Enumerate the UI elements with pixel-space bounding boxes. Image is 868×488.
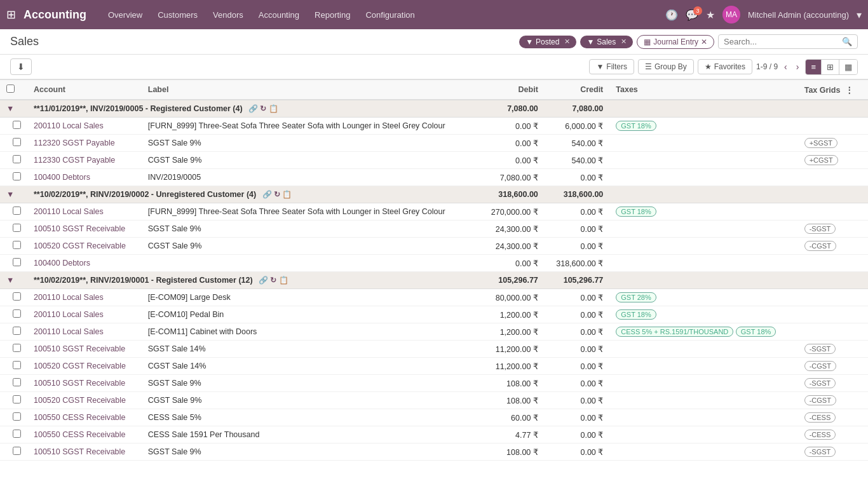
filter-journal-icon: ▦ [644,37,651,46]
row-checkbox[interactable] [13,430,21,438]
col-header-debit[interactable]: Debit [479,80,544,100]
row-checkbox[interactable] [13,258,21,266]
row-checkbox[interactable] [13,224,21,232]
filter-journal-entry[interactable]: ▦ Journal Entry ✕ [637,35,714,49]
col-header-taxes[interactable]: Taxes [609,80,797,100]
col-header-tax-grids[interactable]: Tax Grids ⋮ [798,80,868,100]
filter-icon: ▼ [526,37,533,46]
search-box[interactable]: 🔍 [718,34,858,49]
cell-label: CGST Sale 9% [142,392,480,409]
group-action-icons[interactable]: 🔗 ↻ 📋 [262,190,292,199]
cell-taxes [609,375,797,392]
tax-badge: GST 18% [616,121,656,131]
select-all-checkbox[interactable] [6,85,15,93]
nav-accounting[interactable]: Accounting [252,6,306,24]
nav-vendors[interactable]: Vendors [207,6,250,24]
group-collapse-icon[interactable]: ▼ [6,276,14,285]
table-row: 100510 SGST Receivable SGST Sale 14% 11,… [0,341,868,358]
row-checkbox[interactable] [13,309,21,318]
cell-account: 100510 SGST Receivable [27,341,142,358]
filter-funnel-icon: ▼ [596,62,604,71]
download-button[interactable]: ⬇ [10,58,32,75]
chat-icon[interactable]: 💬 3 [686,9,698,21]
user-dropdown-icon[interactable]: ▾ [857,9,862,21]
group-total-credit: 7,080.00 [545,100,609,118]
row-checkbox[interactable] [13,241,21,249]
filter-posted-label: Posted [536,37,559,46]
table-row: 100510 SGST Receivable SGST Sale 9% 108.… [0,444,868,461]
row-checkbox[interactable] [13,172,21,180]
row-checkbox[interactable] [13,412,21,421]
filter-sales-close[interactable]: ✕ [621,37,627,46]
table-wrap: Account Label Debit Credit Taxes Tax Gri… [0,79,868,461]
tax-grid-badge: -CESS [804,412,836,423]
clock-icon[interactable]: 🕐 [665,9,678,21]
app-logo-icon[interactable]: ⊞ [6,8,16,22]
filter-sales-icon: ▼ [587,37,594,46]
user-name[interactable]: Mitchell Admin (accounting) [748,10,849,20]
cell-account: 100510 SGST Receivable [27,444,142,461]
search-icon[interactable]: 🔍 [842,37,852,46]
col-header-label[interactable]: Label [142,80,480,100]
grid-view-button[interactable]: ⊞ [822,60,839,74]
cell-tax-grid [798,169,868,186]
row-checkbox[interactable] [13,207,21,215]
filter-sales[interactable]: ▼ Sales ✕ [580,36,633,48]
table-row: 100520 CGST Receivable CGST Sale 9% 108.… [0,392,868,409]
table-row: 200110 Local Sales [E-COM09] Large Desk … [0,289,868,306]
chart-view-button[interactable]: ▦ [839,60,857,74]
row-checkbox[interactable] [13,395,21,403]
prev-page-button[interactable]: ‹ [782,60,790,73]
group-collapse-icon[interactable]: ▼ [6,104,14,113]
tax-grid-badge: -SGST [804,378,836,388]
row-checkbox[interactable] [13,344,21,352]
cell-debit: 1,200.00 ₹ [479,323,544,341]
next-page-button[interactable]: › [794,60,802,73]
cell-credit: 6,000.00 ₹ [545,118,609,135]
nav-overview[interactable]: Overview [102,6,149,24]
table-row: 100520 CGST Receivable CGST Sale 9% 24,3… [0,238,868,255]
row-checkbox[interactable] [13,378,21,386]
filter-posted-close[interactable]: ✕ [564,37,570,46]
cell-label: SGST Sale 9% [142,444,480,461]
list-view-button[interactable]: ≡ [806,60,822,74]
filters-button[interactable]: ▼ Filters [589,59,634,74]
cell-debit: 1,200.00 ₹ [479,306,544,323]
row-checkbox[interactable] [13,155,21,163]
cell-label: CGST Sale 14% [142,358,480,375]
cell-account: 112320 SGST Payable [27,135,142,152]
cell-label: CESS Sale 5% [142,409,480,426]
row-checkbox[interactable] [13,447,21,455]
nav-configuration[interactable]: Configuration [359,6,421,24]
row-checkbox[interactable] [13,361,21,369]
favorites-button[interactable]: ★ Favorites [698,59,752,74]
cell-taxes [609,341,797,358]
group-action-icons[interactable]: 🔗 ↻ 📋 [259,276,288,285]
cell-debit: 24,300.00 ₹ [479,238,544,255]
cell-taxes [609,426,797,444]
nav-reporting[interactable]: Reporting [308,6,356,24]
cell-credit: 540.00 ₹ [545,135,609,152]
row-checkbox[interactable] [13,292,21,301]
nav-customers[interactable]: Customers [151,6,204,24]
row-checkbox[interactable] [13,121,21,129]
filter-posted[interactable]: ▼ Posted ✕ [519,36,576,48]
search-input[interactable] [724,37,838,46]
cell-credit: 0.00 ₹ [545,323,609,341]
app-brand: Accounting [24,8,86,22]
table-row: 200110 Local Sales [E-COM11] Cabinet wit… [0,323,868,341]
star-icon[interactable]: ★ [706,9,715,21]
cell-debit: 108.00 ₹ [479,444,544,461]
cell-credit: 0.00 ₹ [545,392,609,409]
col-header-credit[interactable]: Credit [545,80,609,100]
col-options-icon[interactable]: ⋮ [843,83,856,97]
row-checkbox[interactable] [13,138,21,146]
avatar[interactable]: MA [722,6,740,24]
cell-credit: 540.00 ₹ [545,152,609,169]
col-header-account[interactable]: Account [27,80,142,100]
group-action-icons[interactable]: 🔗 ↻ 📋 [248,104,278,113]
filter-journal-close[interactable]: ✕ [701,37,707,46]
group-by-button[interactable]: ☰ Group By [638,59,694,74]
group-collapse-icon[interactable]: ▼ [6,190,14,199]
row-checkbox[interactable] [13,327,21,335]
